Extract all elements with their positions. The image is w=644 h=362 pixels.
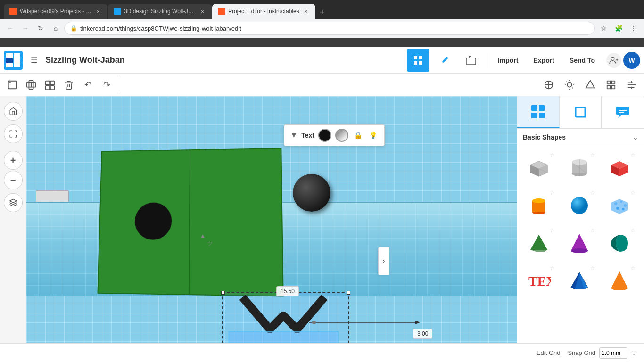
- briefcase-button[interactable]: [460, 49, 482, 72]
- 3d-view-button[interactable]: [4, 193, 23, 212]
- home-button[interactable]: ⌂: [49, 22, 62, 35]
- cylinder-shape-item[interactable]: ☆: [561, 150, 597, 186]
- fit-view-button[interactable]: [4, 124, 23, 143]
- undo-button[interactable]: ↶: [79, 76, 96, 93]
- zoom-in-button[interactable]: +: [4, 151, 23, 170]
- bookmark-button[interactable]: ☆: [597, 22, 610, 35]
- svg-rect-33: [607, 85, 610, 88]
- address-bar[interactable]: 🔒 tinkercad.com/things/casp8CTWjwe-sizzl…: [64, 22, 595, 35]
- green-box[interactable]: ▲ ツ: [97, 148, 283, 297]
- panel-corner-icon[interactable]: [560, 96, 602, 128]
- grid-button[interactable]: [603, 76, 619, 93]
- text-lock-icon[interactable]: 🔒: [352, 130, 363, 141]
- user-avatar[interactable]: W: [623, 52, 640, 69]
- svg-point-72: [614, 202, 617, 205]
- tab-3-title: Project Editor - Instructables: [228, 8, 299, 15]
- panel-arrow[interactable]: ▼: [290, 131, 297, 140]
- light-button[interactable]: [561, 76, 578, 93]
- tab-2[interactable]: 3D design Sizzling Wolt-Jaban | ✕: [108, 4, 212, 19]
- new-shape-button[interactable]: [4, 76, 21, 93]
- svg-marker-79: [571, 234, 588, 251]
- menu-icon[interactable]: ☰: [26, 53, 41, 68]
- black-sphere[interactable]: [293, 174, 330, 212]
- svg-marker-78: [530, 235, 547, 252]
- tab-2-close[interactable]: ✕: [198, 8, 206, 15]
- align-button[interactable]: [623, 76, 640, 93]
- shape-selector-arrow[interactable]: ⌄: [633, 133, 638, 141]
- tab-1[interactable]: Wdspencer69's Projects - Instru... ✕: [4, 4, 107, 19]
- star-badge-12: ☆: [630, 265, 636, 272]
- export-button[interactable]: Export: [526, 53, 561, 68]
- home-view-button[interactable]: [4, 102, 23, 121]
- text-light-icon[interactable]: 💡: [367, 130, 379, 141]
- svg-rect-8: [414, 61, 417, 65]
- star-badge-9: ☆: [630, 227, 636, 234]
- action-buttons: Import Export Send To: [490, 53, 603, 68]
- right-panel: Basic Shapes ⌄ ☆: [517, 96, 644, 343]
- viewport[interactable]: BACK ▲ ツ: [26, 96, 517, 343]
- snap-value-input[interactable]: [599, 347, 627, 359]
- snap-arrow[interactable]: ⌄: [631, 349, 636, 356]
- group-button[interactable]: [23, 76, 40, 93]
- svg-rect-21: [46, 85, 50, 89]
- tab-3-close[interactable]: ✕: [302, 8, 310, 15]
- reload-button[interactable]: ↻: [34, 22, 47, 35]
- svg-rect-47: [539, 113, 545, 118]
- send-to-button[interactable]: Send To: [562, 53, 603, 68]
- texture-shape-item[interactable]: ☆: [602, 188, 637, 223]
- panel-chat-icon[interactable]: [602, 96, 644, 128]
- svg-point-24: [567, 82, 571, 87]
- svg-rect-7: [419, 56, 422, 59]
- extensions-button[interactable]: 🧩: [612, 22, 625, 35]
- box-shape-item[interactable]: ☆: [521, 150, 557, 186]
- svg-point-75: [616, 207, 619, 210]
- add-user-button[interactable]: [606, 53, 621, 68]
- menu-button[interactable]: ⋮: [627, 22, 640, 35]
- green-pyramid-item[interactable]: ☆: [521, 225, 557, 261]
- text-color-black[interactable]: [318, 129, 331, 142]
- orange-cylinder-item[interactable]: ☆: [521, 188, 557, 223]
- text-panel[interactable]: ▼ Text 🔒 💡: [284, 124, 385, 146]
- forward-button[interactable]: →: [19, 22, 32, 35]
- cube-shape-item[interactable]: ☆: [602, 150, 637, 186]
- teal-shape-item[interactable]: ☆: [602, 225, 637, 261]
- svg-text:TEXT: TEXT: [528, 274, 551, 288]
- nav-bar: ← → ↻ ⌂ 🔒 tinkercad.com/things/casp8CTWj…: [0, 19, 644, 38]
- user-area[interactable]: W: [606, 52, 640, 69]
- purple-cone-item[interactable]: ☆: [561, 225, 597, 261]
- tinkercad-logo[interactable]: [4, 51, 23, 70]
- svg-rect-18: [29, 80, 33, 89]
- new-tab-button[interactable]: +: [316, 6, 329, 19]
- address-text: tinkercad.com/things/casp8CTWjwe-sizzlin…: [80, 25, 241, 32]
- grid-view-button[interactable]: [407, 49, 429, 72]
- svg-rect-0: [6, 53, 13, 58]
- pickaxe-button[interactable]: [433, 49, 456, 72]
- panel-scroll-arrow[interactable]: ›: [378, 247, 389, 275]
- zoom-out-button[interactable]: −: [4, 171, 23, 189]
- panel-grid-icon[interactable]: [517, 96, 560, 128]
- svg-point-76: [622, 208, 625, 211]
- svg-rect-19: [46, 81, 50, 84]
- ungroup-button[interactable]: [41, 76, 58, 93]
- yellow-pyramid-item[interactable]: ☆: [602, 263, 637, 299]
- sphere-shape-item[interactable]: ☆: [561, 188, 597, 223]
- text-color-gray[interactable]: [335, 129, 348, 142]
- toolbar-right: [540, 76, 640, 93]
- snap-grid-label: Snap Grid: [568, 349, 595, 356]
- svg-marker-49: [618, 115, 622, 118]
- prism-shape-item[interactable]: ☆: [561, 263, 597, 299]
- back-button[interactable]: ←: [4, 22, 17, 35]
- svg-rect-32: [612, 81, 615, 83]
- shape-selector[interactable]: Basic Shapes ⌄: [517, 129, 644, 146]
- import-button[interactable]: Import: [490, 53, 526, 68]
- svg-rect-2: [6, 58, 13, 63]
- tab-3-favicon: [218, 8, 225, 15]
- delete-button[interactable]: [60, 76, 77, 93]
- tab-3[interactable]: Project Editor - Instructables ✕: [212, 4, 315, 19]
- tab-1-close[interactable]: ✕: [94, 8, 102, 15]
- text-shape-item[interactable]: ☆ TEXT: [521, 263, 557, 299]
- edit-grid-button[interactable]: Edit Grid: [537, 349, 561, 356]
- perspective-button[interactable]: [540, 76, 557, 93]
- shapes-button[interactable]: [582, 76, 599, 93]
- redo-button[interactable]: ↷: [98, 76, 115, 93]
